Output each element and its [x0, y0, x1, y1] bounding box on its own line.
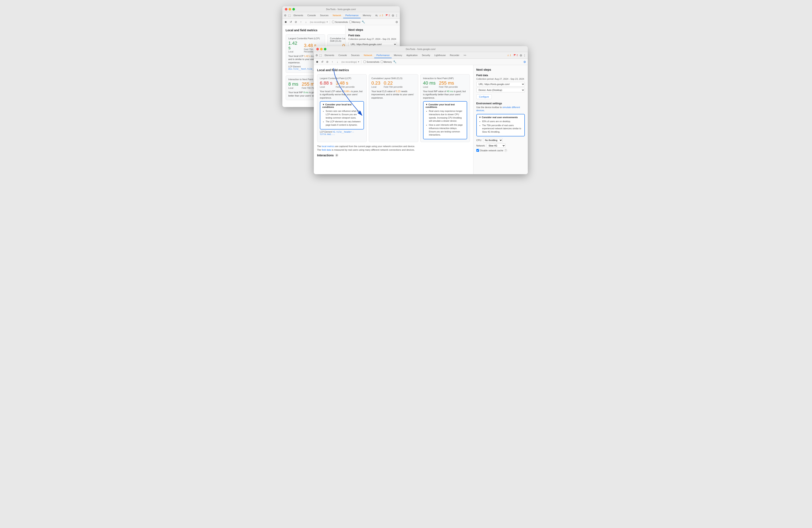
memory-check-back[interactable]: Memory [349, 21, 361, 23]
network-select[interactable]: Slow 4G No throttling Fast 3G [487, 144, 506, 148]
env-settings-title: Environment settings [476, 102, 525, 105]
next-steps-title-front: Next steps [476, 68, 525, 71]
tab-sources-front[interactable]: Sources [349, 53, 362, 58]
reload-btn-front[interactable]: ↺ [320, 60, 324, 64]
record-btn-back[interactable]: ⏺ [284, 20, 288, 24]
secondary-toolbar-back: ⏺ ↺ ⊘ ↑ ↓ (no recordings) ▾ Screenshots … [282, 19, 400, 25]
upload-btn-back[interactable]: ↑ [299, 20, 303, 24]
simulate-devices-link[interactable]: simulate different devices [476, 106, 520, 112]
tab-performance-back[interactable]: Performance [343, 13, 361, 18]
inp-local-val-front: 40 ms [423, 81, 436, 85]
window-title-front: DevTools - fonts.google.com/ [406, 48, 436, 51]
tab-network-back[interactable]: Network [331, 13, 343, 18]
inp-consider-front: ▼ Consider your local test conditions Re… [423, 101, 467, 139]
minimize-button-front[interactable] [320, 48, 323, 51]
settings-icon-back[interactable]: ⚙ [392, 14, 394, 17]
collection-period-front: Collection period: Aug 27, 2024 - Sep 23… [476, 78, 525, 80]
url-select-back[interactable]: URL: https://fonts.google.com/ [348, 42, 397, 46]
lcp-field-label-front: Field 75th percentile [336, 86, 354, 88]
tab-more-front[interactable]: >> [462, 53, 468, 58]
clear-btn-back[interactable]: ⊘ [294, 20, 298, 24]
interactions-title-front: Interactions ⊘ [317, 154, 470, 157]
inp-card-front: Interaction to Next Paint (INP) 40 ms Lo… [420, 74, 470, 142]
inspect-icon[interactable]: ⬚ [288, 14, 291, 17]
recordings-chevron-front[interactable]: ▾ [358, 61, 359, 63]
screenshots-input-front[interactable] [363, 61, 366, 63]
traffic-lights-front[interactable] [316, 48, 327, 51]
close-button[interactable] [285, 8, 287, 11]
close-button-front[interactable] [316, 48, 319, 51]
traffic-lights-back[interactable] [285, 8, 295, 11]
field-notes-front: The local metrics are captured from the … [317, 145, 470, 152]
tab-elements-back[interactable]: Elements [292, 13, 305, 18]
upload-btn-front[interactable]: ↑ [331, 60, 334, 64]
url-select-front[interactable]: URL: https://fonts.google.com/ [476, 82, 525, 86]
disable-cache-checkbox[interactable] [476, 149, 479, 152]
tab-lighthouse-front[interactable]: Lighthouse [432, 53, 448, 58]
tab-security-front[interactable]: Security [420, 53, 432, 58]
lcp-consider-front: ▼ Consider your local test conditions Sc… [320, 101, 364, 129]
more-icon-front[interactable]: ⋮ [523, 54, 526, 57]
download-btn-back[interactable]: ↓ [304, 20, 308, 24]
devtools-icon: ⚙ [284, 14, 287, 17]
cpu-row: CPU: No throttling 2x slowdown 4x slowdo… [476, 138, 525, 142]
screenshots-check-front[interactable]: Screenshots [363, 61, 379, 63]
tab-elements-front[interactable]: Elements [323, 53, 336, 58]
settings-right-back[interactable]: ⚙ [395, 20, 398, 24]
title-bar-front: DevTools - fonts.google.com/ [314, 46, 528, 52]
recordings-label-back: (no recordings) [310, 21, 325, 23]
next-steps-title-back: Next steps [348, 28, 397, 31]
memory-check-front[interactable]: Memory [381, 61, 392, 63]
tab-console-back[interactable]: Console [305, 13, 318, 18]
maximize-button-front[interactable] [324, 48, 327, 51]
disable-cache-help-icon[interactable]: ? [504, 149, 507, 152]
cls-card-front: Cumulative Layout Shift (CLS) 0.23 Local… [369, 74, 418, 142]
inp-consider-list-front: Real users may experience longer interac… [425, 110, 465, 137]
cpu-select[interactable]: No throttling 2x slowdown 4x slowdown [483, 138, 503, 142]
disable-cache-label: Disable network cache [480, 149, 504, 152]
settings-icon2-back[interactable]: 🔧 [362, 20, 365, 24]
lcp-local-val-front: 6.88 s [320, 81, 333, 85]
consider-real-section: ▼ Consider real user environments 83% of… [476, 114, 525, 137]
section-title-back: Local and field metrics [286, 29, 342, 32]
maximize-button[interactable] [292, 8, 295, 11]
clear-btn-front[interactable]: ⊘ [325, 60, 329, 64]
tab-recorder-front[interactable]: Recorder [448, 53, 462, 58]
metrics-grid-front: Largest Contentful Paint (LCP) 6.88 s Lo… [317, 74, 470, 142]
memory-input-back[interactable] [349, 21, 351, 23]
record-btn-front[interactable]: ⏺ [316, 60, 319, 64]
download-btn-front[interactable]: ↓ [336, 60, 339, 64]
tab-console-front[interactable]: Console [336, 53, 349, 58]
lcp-local-val-back: 1.42 s [288, 41, 301, 50]
lcp-title-back: Largest Contentful Paint (LCP) [288, 37, 323, 40]
tab-application-front[interactable]: Application [404, 53, 420, 58]
devtools-window-front: DevTools - fonts.google.com/ ⚙ ⬚ Element… [314, 46, 528, 174]
reload-btn-back[interactable]: ↺ [289, 20, 293, 24]
network-label: Network: [476, 144, 485, 147]
inspect-icon-front[interactable]: ⬚ [319, 54, 322, 57]
screenshots-input-back[interactable] [332, 21, 334, 23]
memory-input-front[interactable] [381, 61, 383, 63]
inp-local-back: 8 ms Local [288, 82, 299, 89]
tab-memory-back[interactable]: Memory [361, 13, 373, 18]
settings-icon-front[interactable]: ⚙ [520, 54, 522, 57]
minimize-button[interactable] [289, 8, 291, 11]
devtools-icon-front: ⚙ [316, 54, 318, 57]
device-select-front[interactable]: Device: Auto (Desktop) [476, 88, 525, 92]
screenshots-check-back[interactable]: Screenshots [332, 21, 348, 23]
tab-application-back[interactable]: Application [373, 13, 378, 18]
configure-btn-front[interactable]: Configure [476, 95, 492, 99]
more-icon-back[interactable]: ⋮ [395, 14, 398, 17]
settings-right-front[interactable]: ⚙ [523, 60, 526, 63]
secondary-toolbar-front: ⏺ ↺ ⊘ ↑ ↓ (no recordings) ▾ Screenshots … [314, 59, 528, 65]
tab-performance-front[interactable]: Performance [374, 53, 392, 58]
local-metrics-link[interactable]: local metrics [322, 145, 335, 147]
recordings-chevron-back[interactable]: ▾ [327, 21, 328, 23]
field-data-link[interactable]: field data [322, 148, 331, 151]
tab-memory-front[interactable]: Memory [392, 53, 404, 58]
settings-icon2-front[interactable]: 🔧 [393, 60, 396, 63]
tab-network-front[interactable]: Network [362, 53, 374, 58]
tab-sources-back[interactable]: Sources [318, 13, 331, 18]
field-data-title-front: Field data [476, 74, 525, 77]
consider-real-item-1: The 75th percentile of real users experi… [482, 124, 522, 134]
